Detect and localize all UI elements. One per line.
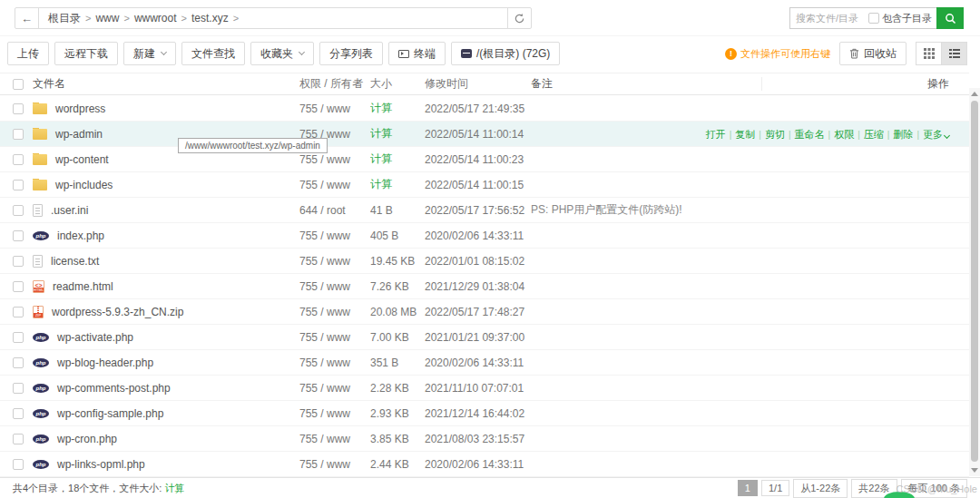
breadcrumb-item[interactable]: test.xyz bbox=[191, 12, 229, 24]
file-name[interactable]: wp-activate.php bbox=[57, 331, 133, 344]
file-name[interactable]: wordpress-5.9.3-zh_CN.zip bbox=[52, 306, 183, 318]
back-button[interactable]: ← bbox=[15, 7, 39, 29]
table-row[interactable]: wp-cron.php755 / www3.85 KB2021/08/03 23… bbox=[0, 426, 969, 452]
pagination-current-page[interactable]: 1 bbox=[738, 480, 758, 496]
back-arrow-icon: ← bbox=[21, 12, 33, 25]
grid-view-button[interactable] bbox=[916, 42, 942, 65]
table-row[interactable]: wp-includes755 / www计算2022/05/14 11:00:1… bbox=[0, 172, 969, 198]
file-size[interactable]: 计算 bbox=[370, 177, 425, 192]
disk-selector-button[interactable]: /(根目录) (72G) bbox=[451, 42, 560, 65]
file-size[interactable]: 计算 bbox=[370, 101, 425, 116]
column-size[interactable]: 大小 bbox=[370, 76, 425, 92]
include-subdir-option[interactable]: 包含子目录 bbox=[868, 12, 936, 25]
column-mtime[interactable]: 修改时间 bbox=[425, 76, 531, 92]
table-row[interactable]: wp-blog-header.php755 / www351 B2020/02/… bbox=[0, 350, 969, 376]
file-name[interactable]: readme.html bbox=[53, 280, 113, 293]
table-row[interactable]: wordpress-5.9.3-zh_CN.zip755 / www20.08 … bbox=[0, 299, 969, 325]
file-name[interactable]: .user.ini bbox=[51, 204, 88, 217]
table-row[interactable]: wp-content755 / www计算2022/05/14 11:00:23 bbox=[0, 147, 969, 172]
scrollbar-up-arrow[interactable] bbox=[971, 92, 978, 96]
row-action-compress[interactable]: 压缩 bbox=[864, 128, 884, 142]
pagination-item[interactable]: 从1-22条 bbox=[793, 479, 848, 498]
row-checkbox[interactable] bbox=[13, 129, 24, 140]
breadcrumb-item[interactable]: 根目录 bbox=[48, 11, 81, 26]
summary-text: 共4个目录，18个文件，文件大小: bbox=[13, 483, 164, 493]
select-all-checkbox[interactable] bbox=[13, 79, 24, 90]
row-action-permission[interactable]: 权限 bbox=[834, 128, 854, 142]
row-action-delete[interactable]: 删除 bbox=[893, 128, 913, 142]
column-filename[interactable]: 文件名 bbox=[33, 76, 299, 92]
row-action-cut[interactable]: 剪切 bbox=[765, 128, 785, 142]
favorites-menu-button[interactable]: 收藏夹 bbox=[250, 42, 314, 65]
row-action-copy[interactable]: 复制 bbox=[735, 128, 755, 142]
table-row[interactable]: index.php755 / www405 B2020/02/06 14:33:… bbox=[0, 223, 969, 249]
row-action-more[interactable]: 更多 bbox=[923, 128, 949, 142]
vertical-scrollbar[interactable] bbox=[969, 88, 980, 476]
row-action-open[interactable]: 打开 bbox=[706, 128, 726, 142]
table-row[interactable]: wp-config-sample.php755 / www2.93 KB2021… bbox=[0, 401, 969, 426]
file-find-button[interactable]: 文件查找 bbox=[181, 42, 245, 65]
file-name[interactable]: wordpress bbox=[55, 103, 105, 115]
table-row[interactable]: wp-links-opml.php755 / www2.44 KB2020/02… bbox=[0, 452, 969, 477]
table-row[interactable]: wp-comments-post.php755 / www2.28 KB2021… bbox=[0, 376, 969, 401]
row-checkbox[interactable] bbox=[13, 103, 24, 114]
row-checkbox[interactable] bbox=[13, 230, 24, 241]
file-name[interactable]: wp-blog-header.php bbox=[57, 356, 153, 369]
file-name[interactable]: wp-config-sample.php bbox=[57, 407, 163, 420]
row-checkbox[interactable] bbox=[13, 307, 24, 317]
breadcrumb-item[interactable]: wwwroot bbox=[134, 12, 177, 24]
file-name[interactable]: wp-content bbox=[55, 153, 109, 166]
file-name[interactable]: wp-includes bbox=[55, 179, 113, 191]
row-checkbox[interactable] bbox=[13, 383, 24, 394]
table-row[interactable]: readme.html755 / www7.26 KB2021/12/29 01… bbox=[0, 274, 969, 299]
column-note[interactable]: 备注 bbox=[531, 77, 762, 91]
file-size: 2.93 KB bbox=[370, 407, 425, 420]
table-row[interactable]: wp-activate.php755 / www7.00 KB2021/01/2… bbox=[0, 325, 969, 350]
php-file-icon bbox=[33, 435, 49, 444]
calculate-size-link[interactable]: 计算 bbox=[164, 483, 184, 493]
search-button[interactable] bbox=[936, 7, 964, 29]
toolbar-right: ! 文件操作可使用右键 回收站 bbox=[725, 42, 967, 65]
modified-time: 2021/11/10 07:07:01 bbox=[425, 382, 531, 395]
row-checkbox[interactable] bbox=[13, 434, 24, 444]
include-subdir-checkbox[interactable] bbox=[868, 13, 879, 24]
refresh-button[interactable] bbox=[507, 7, 532, 29]
recycle-bin-button[interactable]: 回收站 bbox=[839, 42, 906, 65]
row-checkbox[interactable] bbox=[13, 332, 24, 343]
terminal-button[interactable]: 终端 bbox=[388, 42, 446, 65]
list-view-button[interactable] bbox=[941, 42, 967, 65]
file-name[interactable]: license.txt bbox=[51, 255, 99, 268]
include-subdir-label: 包含子目录 bbox=[882, 12, 932, 25]
upload-button[interactable]: 上传 bbox=[7, 42, 49, 65]
breadcrumb-item[interactable]: www bbox=[95, 12, 119, 24]
share-list-button[interactable]: 分享列表 bbox=[319, 42, 383, 65]
file-size[interactable]: 计算 bbox=[370, 151, 425, 167]
file-name[interactable]: wp-links-opml.php bbox=[57, 458, 145, 471]
row-checkbox[interactable] bbox=[13, 180, 24, 190]
new-menu-button[interactable]: 新建 bbox=[123, 42, 176, 65]
search-input[interactable] bbox=[790, 13, 868, 24]
remote-download-button[interactable]: 远程下载 bbox=[54, 42, 118, 65]
row-checkbox[interactable] bbox=[13, 357, 24, 368]
row-action-rename[interactable]: 重命名 bbox=[795, 128, 825, 142]
row-checkbox[interactable] bbox=[13, 281, 24, 292]
row-checkbox[interactable] bbox=[13, 205, 24, 216]
permission-owner: 755 / www bbox=[299, 331, 370, 344]
file-name[interactable]: wp-cron.php bbox=[57, 433, 117, 445]
column-permission[interactable]: 权限 / 所有者 bbox=[299, 76, 370, 92]
row-checkbox[interactable] bbox=[13, 459, 24, 470]
scrollbar-down-arrow[interactable] bbox=[971, 468, 978, 473]
row-checkbox[interactable] bbox=[13, 256, 24, 267]
file-name[interactable]: wp-admin bbox=[55, 128, 103, 141]
file-size[interactable]: 计算 bbox=[370, 126, 425, 142]
row-checkbox[interactable] bbox=[13, 408, 24, 419]
file-name[interactable]: wp-comments-post.php bbox=[57, 382, 171, 395]
table-row[interactable]: wp-admin755 / www计算2022/05/14 11:00:14打开… bbox=[0, 122, 969, 147]
row-checkbox[interactable] bbox=[13, 154, 24, 165]
table-row[interactable]: .user.ini644 / root41 B2022/05/17 17:56:… bbox=[0, 198, 969, 223]
file-name[interactable]: index.php bbox=[57, 229, 104, 242]
scrollbar-thumb[interactable] bbox=[971, 101, 978, 462]
table-row[interactable]: license.txt755 / www19.45 KB2022/01/01 0… bbox=[0, 249, 969, 274]
pagination-item[interactable]: 1/1 bbox=[761, 480, 789, 496]
table-row[interactable]: wordpress755 / www计算2022/05/17 21:49:35 bbox=[0, 96, 969, 122]
